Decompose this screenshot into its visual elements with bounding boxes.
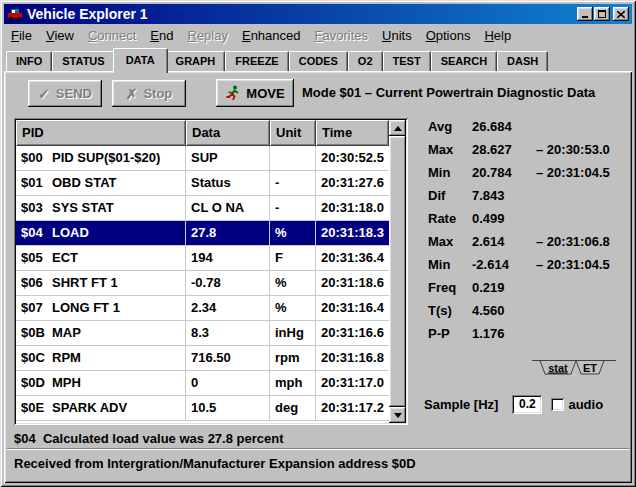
pid-code: $0C <box>21 350 52 365</box>
stat-value: 1.176 <box>472 326 536 349</box>
data-cell: 0 <box>186 371 270 396</box>
menu-item[interactable]: Enhanced <box>235 26 308 45</box>
tab[interactable]: DASH <box>497 51 548 71</box>
unit-cell: % <box>270 221 316 246</box>
pid-name: RPM <box>52 350 81 365</box>
stat-time: – 20:31:04.5 <box>536 165 610 188</box>
menu-item[interactable]: File <box>4 26 39 45</box>
audio-checkbox[interactable] <box>551 398 564 411</box>
unit-cell <box>270 146 316 171</box>
column-header[interactable]: Unit <box>270 120 316 146</box>
tab[interactable]: INFO <box>6 51 52 71</box>
time-cell: 20:31:18.6 <box>316 271 389 296</box>
pid-code: $01 <box>21 175 52 190</box>
tab[interactable]: STATUS <box>52 51 114 71</box>
pid-cell: $0ESPARK ADV <box>16 396 186 421</box>
scroll-down-button[interactable] <box>389 407 406 423</box>
window-controls <box>576 7 629 21</box>
pid-code: $07 <box>21 300 52 315</box>
stat-et-tab-control: stat ET <box>532 359 616 377</box>
data-cell: CL O NA <box>186 196 270 221</box>
send-button-label: SEND <box>56 86 92 101</box>
tab[interactable]: FREEZE <box>225 51 288 71</box>
time-cell: 20:31:36.4 <box>316 246 389 271</box>
tab[interactable]: CODES <box>289 51 348 71</box>
unit-cell: % <box>270 271 316 296</box>
menu-item[interactable]: Connect <box>81 26 143 45</box>
menu-item[interactable]: End <box>143 26 180 45</box>
table-row[interactable]: $07LONG FT 1 2.34 % 20:31:16.4 <box>16 296 389 321</box>
column-header[interactable]: Time <box>316 120 389 146</box>
arrow-down-icon <box>394 413 402 418</box>
table-row[interactable]: $0DMPH 0 mph 20:31:17.0 <box>16 371 389 396</box>
stat-time: – 20:31:04.5 <box>536 257 610 280</box>
stat-value: 0.219 <box>472 280 536 303</box>
sample-rate-input[interactable]: 0.2 <box>512 395 542 414</box>
stat-row: Freq 0.219 <box>422 280 630 303</box>
receive-status-message: Received from Intergration/Manufacturer … <box>14 456 416 471</box>
scroll-up-button[interactable] <box>389 120 406 136</box>
stat-tab[interactable]: stat <box>548 362 568 374</box>
table-row[interactable]: $05ECT 194 F 20:31:36.4 <box>16 246 389 271</box>
window-title: Vehicle Explorer 1 <box>27 6 576 22</box>
mode-description: Mode $01 – Current Powertrain Diagnostic… <box>302 85 595 100</box>
menu-item[interactable]: Favorites <box>308 26 375 45</box>
stat-value: 2.614 <box>472 234 536 257</box>
data-tab-panel: ✓ SEND ✗ Stop MOVE Mode $01 – Current Po… <box>4 71 632 483</box>
unit-cell: % <box>270 296 316 321</box>
table-body: $00PID SUP($01-$20) SUP 20:30:52.5 $01OB… <box>16 146 406 421</box>
table-row[interactable]: $03SYS STAT CL O NA - 20:31:18.0 <box>16 196 389 221</box>
stat-value: 28.627 <box>472 142 536 165</box>
menu-item[interactable]: View <box>39 26 81 45</box>
menu-item[interactable]: Help <box>477 26 518 45</box>
car-icon[interactable] <box>7 7 23 22</box>
pid-cell: $0DMPH <box>16 371 186 396</box>
maximize-button[interactable] <box>594 7 610 21</box>
stop-button[interactable]: ✗ Stop <box>112 80 186 107</box>
tab[interactable]: TEST <box>383 51 431 71</box>
stat-label: Max <box>428 142 472 165</box>
table-row[interactable]: $0ESPARK ADV 10.5 deg 20:31:17.2 <box>16 396 389 421</box>
stat-row: Max 2.614 – 20:31:06.8 <box>422 234 630 257</box>
pid-name: LOAD <box>52 225 89 240</box>
pid-name: MAP <box>52 325 81 340</box>
column-header[interactable]: PID <box>16 120 186 146</box>
table-row[interactable]: $01OBD STAT Status - 20:31:27.6 <box>16 171 389 196</box>
scrollbar-thumb[interactable] <box>389 136 406 407</box>
pid-cell: $0CRPM <box>16 346 186 371</box>
send-button[interactable]: ✓ SEND <box>28 80 102 107</box>
table-row[interactable]: $06SHRT FT 1 -0.78 % 20:31:18.6 <box>16 271 389 296</box>
tab[interactable]: SEARCH <box>431 51 497 71</box>
stat-value: 0.499 <box>472 211 536 234</box>
menu-item[interactable]: Options <box>419 26 478 45</box>
stat-label: Rate <box>428 211 472 234</box>
menu-item[interactable]: Units <box>375 26 419 45</box>
tab[interactable]: GRAPH <box>166 51 226 71</box>
et-tab[interactable]: ET <box>583 362 597 374</box>
scrollbar-track[interactable] <box>389 136 406 407</box>
table-scrollbar[interactable] <box>389 120 406 423</box>
tab[interactable]: O2 <box>348 51 383 71</box>
tab[interactable]: DATA <box>113 48 168 73</box>
stats-panel: Avg 26.684 Max 28.627 – 20:30:53.0 Min 2… <box>422 119 630 349</box>
unit-cell: mph <box>270 371 316 396</box>
time-cell: 20:31:18.0 <box>316 196 389 221</box>
stat-value: 20.784 <box>472 165 536 188</box>
minimize-button[interactable] <box>577 7 593 21</box>
move-button[interactable]: MOVE <box>216 79 294 107</box>
table-row[interactable]: $04LOAD 27.8 % 20:31:18.3 <box>16 221 389 246</box>
table-row[interactable]: $0CRPM 716.50 rpm 20:31:16.8 <box>16 346 389 371</box>
data-cell: 8.3 <box>186 321 270 346</box>
close-icon <box>617 11 625 18</box>
column-header[interactable]: Data <box>186 120 270 146</box>
stop-button-label: Stop <box>143 86 172 101</box>
menu-item[interactable]: Replay <box>181 26 235 45</box>
data-cell: 27.8 <box>186 221 270 246</box>
table-row[interactable]: $0BMAP 8.3 inHg 20:31:16.6 <box>16 321 389 346</box>
table-row[interactable]: $00PID SUP($01-$20) SUP 20:30:52.5 <box>16 146 389 171</box>
runner-icon <box>225 85 240 101</box>
title-bar[interactable]: Vehicle Explorer 1 <box>4 4 632 24</box>
close-button[interactable] <box>613 7 629 21</box>
data-cell: 2.34 <box>186 296 270 321</box>
pid-code: $0D <box>21 375 52 390</box>
